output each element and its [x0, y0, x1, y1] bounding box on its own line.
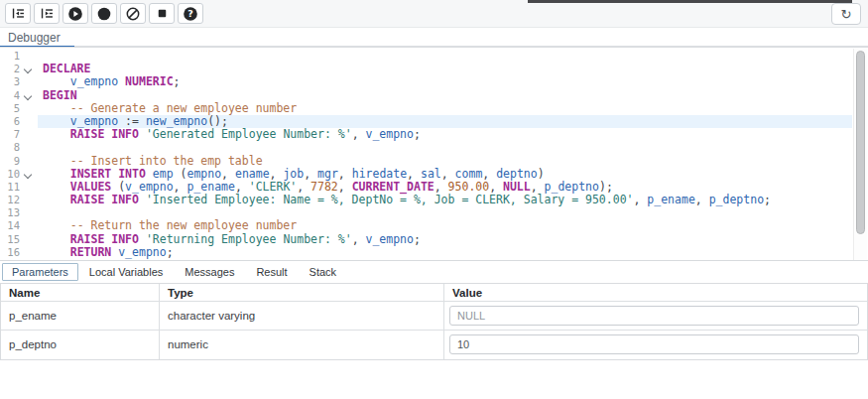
step-over-button[interactable] — [34, 3, 60, 24]
gutter: 6 — [0, 115, 38, 128]
line-number[interactable]: 16 — [0, 246, 20, 259]
gutter: 3 — [0, 75, 38, 88]
svg-text:?: ? — [187, 8, 193, 19]
column-header-type: Type — [160, 284, 444, 302]
help-button[interactable]: ? — [178, 3, 203, 24]
gutter: 14 — [0, 219, 38, 232]
table-row: p_enamecharacter varying — [1, 302, 867, 331]
gutter: 13 — [0, 206, 38, 219]
parameters-table-body: p_enamecharacter varyingp_deptnonumeric — [1, 302, 867, 359]
toggle-breakpoint-button[interactable] — [91, 3, 117, 24]
code-line: 7 RAISE INFO 'Generated Employee Number:… — [0, 128, 852, 141]
fold-spacer — [20, 50, 36, 63]
stop-button[interactable] — [149, 3, 175, 24]
window-edge-strip — [528, 0, 852, 3]
fold-spacer — [20, 233, 36, 246]
stop-icon — [155, 6, 170, 21]
debug-toolbar-buttons: ? — [0, 3, 203, 24]
parameters-table-header: NameTypeValue — [1, 284, 867, 302]
line-number[interactable]: 10 — [0, 168, 20, 181]
line-number[interactable]: 2 — [0, 63, 20, 75]
column-header-name: Name — [1, 284, 160, 302]
step-into-button[interactable] — [5, 3, 31, 24]
refresh-button[interactable]: ↻ — [831, 3, 861, 25]
line-number[interactable]: 9 — [0, 155, 20, 168]
scrollbar-thumb[interactable] — [856, 51, 865, 234]
param-value-input[interactable] — [449, 334, 859, 354]
table-row: p_deptnonumeric — [1, 331, 867, 359]
fold-spacer — [20, 115, 36, 128]
fold-spacer — [20, 155, 36, 168]
line-number[interactable]: 11 — [0, 181, 20, 194]
gutter: 10 — [0, 168, 38, 181]
line-number[interactable]: 4 — [0, 89, 20, 102]
fold-spacer — [20, 102, 36, 115]
param-value-input[interactable] — [449, 306, 859, 326]
gutter: 16 — [0, 246, 38, 259]
gutter: 7 — [0, 128, 38, 141]
code-editor: 12DECLARE3 v_empno NUMERIC;4BEGIN5 -- Ge… — [0, 47, 868, 260]
fold-chevron-icon[interactable] — [20, 89, 36, 102]
param-name-cell: p_ename — [1, 302, 160, 331]
step-into-icon — [11, 6, 26, 21]
fold-spacer — [20, 75, 36, 88]
fold-spacer — [20, 181, 36, 194]
code-line: 16 RETURN v_empno; — [0, 246, 852, 259]
line-number[interactable]: 7 — [0, 128, 20, 141]
line-number[interactable]: 12 — [0, 194, 20, 206]
param-value-cell — [444, 302, 867, 331]
line-number[interactable]: 15 — [0, 233, 20, 246]
tab-local-variables[interactable]: Local Variables — [78, 263, 174, 281]
tab-result[interactable]: Result — [245, 263, 298, 281]
code-text: RETURN v_empno; — [38, 246, 174, 259]
line-number[interactable]: 6 — [0, 115, 20, 128]
line-number[interactable]: 8 — [0, 141, 20, 154]
breakpoint-icon — [96, 6, 112, 22]
fold-spacer — [20, 194, 36, 206]
tab-stack[interactable]: Stack — [299, 263, 348, 281]
column-header-value: Value — [444, 284, 867, 302]
gutter: 8 — [0, 141, 38, 154]
gutter: 4 — [0, 89, 38, 102]
code-line: 3 v_empno NUMERIC; — [0, 75, 852, 88]
code-text: RAISE INFO 'Inserted Employee: Name = %,… — [38, 194, 771, 206]
clear-all-breakpoints-button[interactable] — [120, 3, 146, 24]
parameters-table: NameTypeValue p_enamecharacter varyingp_… — [0, 283, 868, 360]
fold-chevron-icon[interactable] — [20, 63, 36, 75]
fold-spacer — [20, 128, 36, 141]
gutter: 5 — [0, 102, 38, 115]
line-number[interactable]: 14 — [0, 219, 20, 232]
code-area: 12DECLARE3 v_empno NUMERIC;4BEGIN5 -- Ge… — [0, 50, 852, 259]
param-type-cell: character varying — [160, 302, 444, 331]
line-number[interactable]: 13 — [0, 206, 20, 219]
fold-spacer — [20, 141, 36, 154]
gutter: 12 — [0, 194, 38, 206]
tab-messages[interactable]: Messages — [174, 263, 245, 281]
param-value-cell — [444, 331, 867, 359]
fold-spacer — [20, 246, 36, 259]
fold-spacer — [20, 206, 36, 219]
line-number[interactable]: 3 — [0, 75, 20, 88]
step-over-icon — [40, 6, 55, 21]
code-text: RAISE INFO 'Generated Employee Number: %… — [38, 128, 421, 141]
gutter: 11 — [0, 181, 38, 194]
continue-icon — [67, 6, 83, 22]
code-line: 1 — [0, 50, 852, 63]
gutter: 1 — [0, 50, 38, 63]
debug-toolbar: ? ↻ — [0, 0, 868, 28]
gutter: 15 — [0, 233, 38, 246]
no-breakpoint-icon — [125, 6, 141, 22]
gutter: 2 — [0, 63, 38, 75]
editor-scrollbar[interactable] — [853, 49, 867, 260]
fold-spacer — [20, 219, 36, 232]
line-number[interactable]: 1 — [0, 50, 20, 63]
line-number[interactable]: 5 — [0, 102, 20, 115]
param-type-cell: numeric — [160, 331, 444, 359]
continue-button[interactable] — [62, 3, 88, 24]
fold-chevron-icon[interactable] — [20, 168, 36, 181]
debugger-panel: ? ↻ Debugger 12DECLARE3 v_empno NUMERIC;… — [0, 0, 868, 399]
tab-parameters[interactable]: Parameters — [2, 263, 78, 281]
gutter: 9 — [0, 155, 38, 168]
help-icon: ? — [183, 6, 198, 22]
panel-tabbar: ParametersLocal VariablesMessagesResultS… — [0, 260, 868, 283]
